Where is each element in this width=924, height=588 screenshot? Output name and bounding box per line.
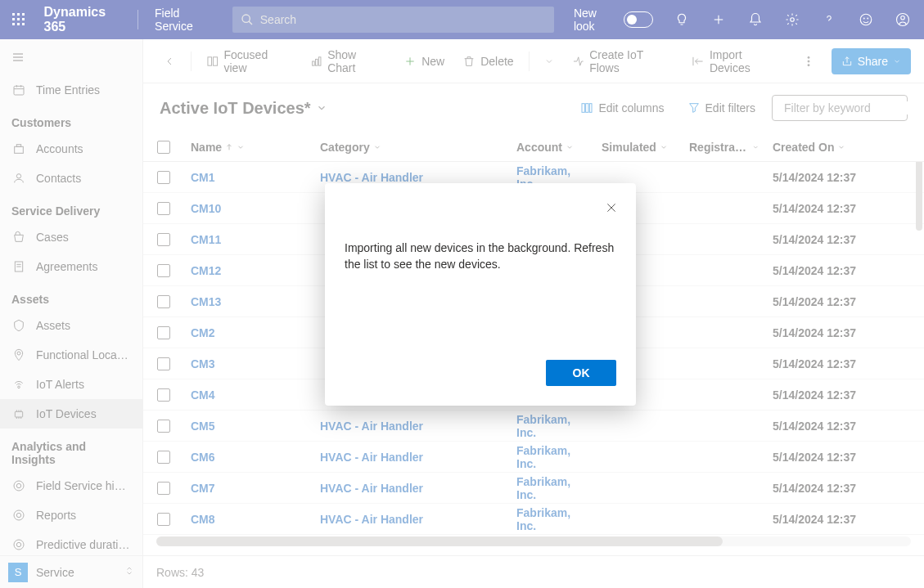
close-icon — [605, 201, 618, 214]
dialog-message: Importing all new devices in the backgro… — [345, 203, 616, 360]
close-button[interactable] — [602, 198, 621, 218]
ok-button[interactable]: OK — [546, 360, 616, 386]
import-dialog: Importing all new devices in the backgro… — [325, 183, 636, 406]
